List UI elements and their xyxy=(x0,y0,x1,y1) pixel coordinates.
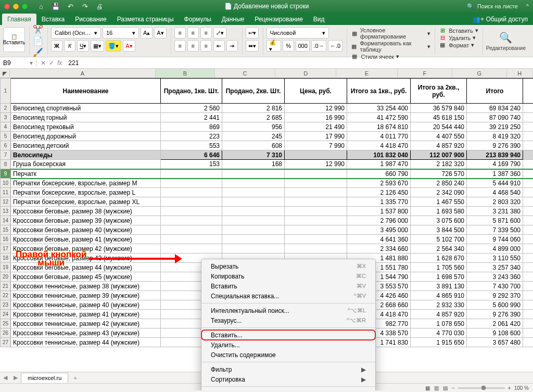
cell[interactable]: 213 839 940 xyxy=(467,150,523,160)
menu-item[interactable]: Интеллектуальный поиск...^⌥⌘L xyxy=(201,306,375,315)
row-header[interactable]: 6 xyxy=(1,141,11,150)
merge-cells-icon[interactable]: ⬌▾ xyxy=(246,40,259,52)
row-header[interactable]: 22 xyxy=(1,291,11,300)
italic-button[interactable]: К xyxy=(64,40,75,52)
cell[interactable]: Велосипед трековый xyxy=(11,122,161,132)
sheet-tab-active[interactable]: microexcel.ru xyxy=(21,373,68,383)
cell[interactable]: Кроссовки беговые, размер 42 (мужские) xyxy=(11,244,161,254)
insert-cells-button[interactable]: ⊞Вставить ▾ xyxy=(438,27,478,34)
menu-item[interactable]: Сортировка▶ xyxy=(201,374,375,384)
cell[interactable]: 2 182 320 xyxy=(411,160,467,169)
menu-item[interactable]: Вставить⌘V xyxy=(201,281,375,291)
row-header[interactable]: 3 xyxy=(1,113,11,122)
cell[interactable] xyxy=(222,225,285,235)
tab-home[interactable]: Главная xyxy=(2,14,36,25)
cell[interactable]: Кроссовки теннисные, размер 41 (мужские) xyxy=(11,310,161,319)
row-header[interactable]: 26 xyxy=(1,328,11,338)
row-header[interactable]: 12 xyxy=(1,197,11,207)
find-icon[interactable]: 🔍 xyxy=(499,31,512,44)
cell[interactable]: 2 685 xyxy=(222,113,285,122)
print-icon[interactable]: 🖨 xyxy=(95,3,104,10)
cell[interactable]: 4 641 360 xyxy=(347,235,411,244)
undo-icon[interactable]: ↶ xyxy=(66,3,74,10)
cell[interactable]: 2 816 xyxy=(222,104,285,113)
minimize-icon[interactable] xyxy=(13,4,19,9)
cell[interactable]: Кроссовки теннисные, размер 43 (мужские) xyxy=(11,328,161,338)
menu-item[interactable]: Вырезать⌘X xyxy=(201,261,375,271)
row-header[interactable]: 17 xyxy=(1,244,11,254)
cell[interactable] xyxy=(161,188,222,197)
increase-font-icon[interactable]: A▴ xyxy=(141,27,153,39)
cell[interactable] xyxy=(285,179,347,188)
cell[interactable]: Велосипед спортивный xyxy=(11,104,161,113)
cell[interactable]: Перчатк xyxy=(11,169,161,179)
cell[interactable]: 956 xyxy=(222,122,285,132)
name-box[interactable]: B9▾ xyxy=(0,59,36,67)
add-sheet-icon[interactable]: + xyxy=(68,375,82,381)
underline-button[interactable]: Ч▾ xyxy=(77,40,89,52)
cell[interactable] xyxy=(285,235,347,244)
cell[interactable]: 553 xyxy=(161,141,222,150)
row-header[interactable]: 2 xyxy=(1,104,11,113)
cut-icon[interactable]: ✂️ xyxy=(33,24,43,34)
cell[interactable]: Кроссовки беговые, размер 38 (мужские) xyxy=(11,207,161,216)
row-header[interactable]: 23 xyxy=(1,300,11,310)
cell[interactable]: 45 618 150 xyxy=(411,113,467,122)
cell[interactable]: 3 891 130 xyxy=(411,282,467,291)
menu-item[interactable]: Вставить... xyxy=(201,330,375,340)
cell[interactable]: 1 915 650 xyxy=(411,338,467,347)
row-header[interactable]: 24 xyxy=(1,310,11,319)
cell[interactable]: 1 467 550 xyxy=(411,197,467,207)
cell[interactable]: 12 990 xyxy=(285,104,347,113)
cell[interactable]: Перчатки боксерские, взрослые, размер XL xyxy=(11,197,161,207)
align-right-icon[interactable]: ≡ xyxy=(200,40,212,52)
save-icon[interactable]: 💾 xyxy=(52,3,60,10)
cell[interactable]: 9 276 390 xyxy=(467,310,523,319)
decrease-font-icon[interactable]: A▾ xyxy=(154,27,166,39)
cell[interactable] xyxy=(222,216,285,225)
indent-inc-icon[interactable]: ⇥ xyxy=(226,40,238,52)
wrap-text-icon[interactable]: ↩▾ xyxy=(246,27,259,39)
header-cell[interactable]: Продано, 1кв. Шт. xyxy=(161,79,222,104)
cell[interactable]: 168 xyxy=(222,160,285,169)
cell[interactable] xyxy=(222,235,285,244)
cell[interactable]: 3 657 480 xyxy=(467,338,523,347)
cell[interactable] xyxy=(161,197,222,207)
row-header[interactable]: 7 xyxy=(1,150,11,160)
cell[interactable]: 20 544 440 xyxy=(411,122,467,132)
col-header-e[interactable]: E xyxy=(336,69,398,78)
view-break-icon[interactable]: ▤ xyxy=(443,385,448,391)
cell[interactable]: 726 570 xyxy=(411,169,467,179)
share-button[interactable]: 👥+ Общий доступ xyxy=(467,14,533,25)
cell[interactable]: 41 472 590 xyxy=(347,113,411,122)
header-cell[interactable]: Наименование xyxy=(11,79,161,104)
cell[interactable]: 8 419 320 xyxy=(467,132,523,141)
cell[interactable]: Перчатки боксерские, взрослые, размер L xyxy=(11,188,161,197)
close-icon[interactable] xyxy=(4,4,10,9)
cell[interactable]: 2 441 xyxy=(161,113,222,122)
chevron-up-icon[interactable]: ^ xyxy=(526,3,529,9)
align-left-icon[interactable]: ≡ xyxy=(174,40,186,52)
view-normal-icon[interactable]: ▦ xyxy=(425,385,430,391)
font-name-select[interactable]: Calibri (Осн…▾ xyxy=(51,27,101,39)
cell[interactable]: Кроссовки теннисные, размер 44 (мужские) xyxy=(11,338,161,347)
menu-item[interactable]: Специальная вставка...^⌘V xyxy=(201,291,375,301)
cell[interactable]: 3 257 340 xyxy=(467,263,523,272)
cell[interactable] xyxy=(285,216,347,225)
cell[interactable] xyxy=(285,244,347,254)
cell[interactable] xyxy=(285,207,347,216)
cell[interactable] xyxy=(161,225,222,235)
cell[interactable]: Кроссовки беговые, размер 43 (мужские) xyxy=(11,254,161,263)
tab-data[interactable]: Данные xyxy=(217,14,249,25)
indent-dec-icon[interactable]: ⇤ xyxy=(213,40,225,52)
home-icon[interactable]: ⌂ xyxy=(37,3,45,10)
format-cells-button[interactable]: ▦Формат ▾ xyxy=(438,42,478,48)
cell[interactable] xyxy=(222,179,285,188)
number-format-select[interactable]: Числовой▾ xyxy=(266,27,329,39)
row-header[interactable]: 14 xyxy=(1,216,11,225)
row-header[interactable]: 21 xyxy=(1,282,11,291)
cell[interactable]: 12 990 xyxy=(285,160,347,169)
header-cell[interactable]: Цена, руб. xyxy=(285,79,347,104)
cell[interactable]: 17 990 xyxy=(285,132,347,141)
cell[interactable]: 3 075 600 xyxy=(411,216,467,225)
